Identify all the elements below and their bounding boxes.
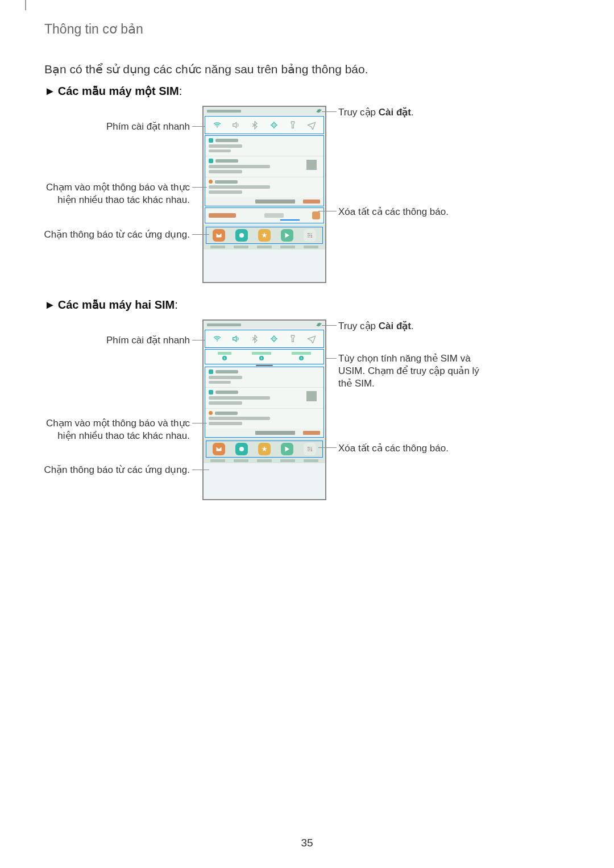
quick-settings-row xyxy=(205,116,324,134)
dock-area xyxy=(204,438,325,463)
svg-point-0 xyxy=(217,127,218,128)
quick-connect-row xyxy=(205,207,324,223)
leader-line xyxy=(192,234,209,235)
status-time xyxy=(207,110,241,113)
play-store-icon xyxy=(281,443,293,455)
dock-label xyxy=(257,246,272,248)
notif-title-blur xyxy=(215,159,238,163)
leader-line xyxy=(192,470,209,470)
page-number: 35 xyxy=(0,837,614,849)
app-badge-icon xyxy=(209,369,213,374)
figure-dual-sim: 1 1 1 xyxy=(0,319,614,507)
svg-point-12 xyxy=(311,236,312,238)
notif-title-blur xyxy=(215,139,238,142)
svg-point-7 xyxy=(308,235,309,236)
notif-line xyxy=(209,144,242,148)
clear-label xyxy=(303,431,320,435)
notif-line xyxy=(209,396,270,400)
leader-line xyxy=(192,340,205,340)
callout-block-apps: Chặn thông báo từ các ứng dụng. xyxy=(42,229,190,241)
subheading-single-sim-suffix: : xyxy=(179,85,182,97)
notif-line xyxy=(209,381,231,384)
svg-point-22 xyxy=(311,448,312,450)
app-badge-icon xyxy=(209,159,213,163)
wifi-icon xyxy=(212,334,222,344)
arrow-icon: ► xyxy=(44,85,56,97)
app-badge-icon xyxy=(209,390,213,394)
notification-item xyxy=(205,367,323,388)
svg-point-8 xyxy=(309,235,310,236)
callout-settings-pre: Truy cập xyxy=(338,321,379,331)
svg-point-15 xyxy=(273,338,275,339)
arrow-icon: ► xyxy=(44,298,56,311)
dock-row xyxy=(206,227,323,244)
intro-text: Bạn có thể sử dụng các chức năng sau trê… xyxy=(44,63,368,76)
sim-label-blur xyxy=(292,352,311,355)
apps-icon xyxy=(304,229,316,242)
notification-item xyxy=(205,177,323,197)
leader-line xyxy=(325,358,337,359)
gear-icon xyxy=(316,322,322,328)
dock-label xyxy=(280,459,295,462)
svg-point-25 xyxy=(311,450,312,451)
dock-row xyxy=(206,441,323,458)
notification-item xyxy=(205,136,323,156)
status-bar xyxy=(204,107,325,115)
quick-settings-row xyxy=(205,330,324,348)
app-badge-icon xyxy=(209,138,213,143)
callout-settings: Truy cập Cài đặt. xyxy=(338,320,509,333)
quick-connect-label xyxy=(209,213,236,218)
status-bar xyxy=(204,321,325,329)
email-icon xyxy=(213,443,225,455)
notif-title-blur xyxy=(215,370,238,373)
notif-line xyxy=(209,170,242,173)
svg-point-16 xyxy=(239,447,244,451)
quick-connect-sublabel xyxy=(264,213,284,218)
page-tab-marker xyxy=(25,0,26,10)
subheading-dual-sim-suffix: : xyxy=(175,298,178,311)
dock-label xyxy=(210,459,225,462)
callout-settings-post: . xyxy=(411,107,414,118)
dock-labels xyxy=(206,459,323,462)
subheading-single-sim-text: Các mẫu máy một SIM xyxy=(58,85,179,97)
bluetooth-icon xyxy=(250,120,260,130)
callout-tap-notification: Chạm vào một thông báo và thực hiện nhiề… xyxy=(42,417,190,442)
notification-item xyxy=(205,409,323,429)
svg-point-4 xyxy=(308,233,309,234)
subheading-dual-sim-text: Các mẫu máy hai SIM xyxy=(58,298,175,311)
callout-settings-bold: Cài đặt xyxy=(379,107,411,118)
leader-line xyxy=(318,211,337,211)
svg-point-11 xyxy=(309,236,310,238)
sim-active-icon: 1 xyxy=(299,356,304,360)
svg-point-10 xyxy=(308,236,309,238)
notif-line xyxy=(209,190,242,194)
callout-sim-options: Tùy chọn tính năng thẻ SIM và USIM. Chạm… xyxy=(338,352,486,390)
flashlight-icon xyxy=(288,120,298,130)
leader-line xyxy=(322,111,337,112)
block-notifications-label xyxy=(255,431,295,435)
internet-icon xyxy=(235,443,248,455)
airplane-icon xyxy=(306,120,317,130)
airplane-icon xyxy=(306,334,317,344)
notif-title-blur xyxy=(215,412,238,415)
email-icon xyxy=(213,229,225,242)
sim-label-blur xyxy=(252,352,271,355)
star-icon xyxy=(258,443,271,455)
leader-line xyxy=(192,423,207,423)
notif-line xyxy=(209,401,242,405)
thumbnail-icon xyxy=(306,391,317,401)
callout-clear-all: Xóa tất cả các thông báo. xyxy=(338,206,509,218)
dock-label xyxy=(304,459,318,462)
callout-settings-bold: Cài đặt xyxy=(379,321,411,331)
app-badge-icon xyxy=(209,180,213,184)
notif-line xyxy=(209,417,270,420)
svg-point-20 xyxy=(308,448,309,450)
svg-point-9 xyxy=(311,235,312,236)
thumbnail-icon xyxy=(306,160,317,170)
dock-area xyxy=(204,225,325,250)
dock-label xyxy=(280,246,295,248)
svg-point-21 xyxy=(309,448,310,450)
sound-icon xyxy=(231,334,241,344)
play-store-icon xyxy=(281,229,293,242)
notification-area xyxy=(205,367,324,438)
